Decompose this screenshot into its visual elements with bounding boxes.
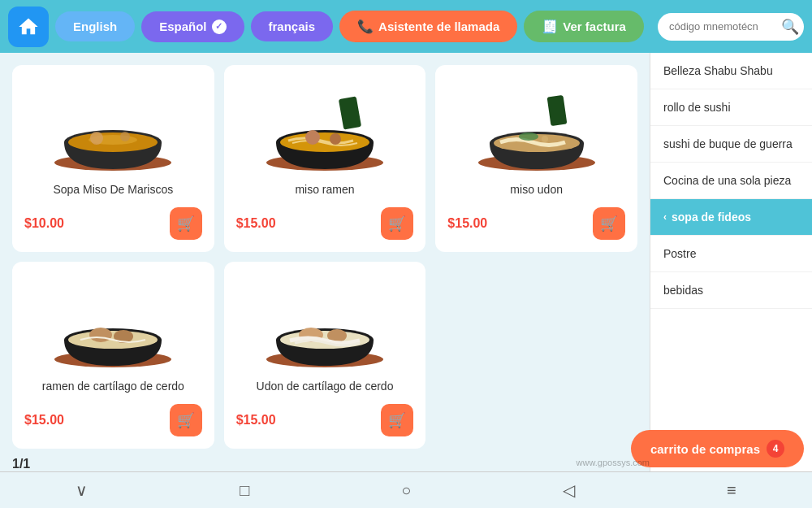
product-name-4: ramen de cartílago de cerdo xyxy=(42,380,184,396)
menu-label-bebidas: bebidas xyxy=(663,284,703,297)
product-image-5 xyxy=(260,274,390,371)
product-price-2: $15.00 xyxy=(236,216,276,231)
search-icon: 🔍 xyxy=(781,18,799,36)
product-name-1: Sopa Miso De Mariscos xyxy=(53,183,173,199)
product-card-4: ramen de cartílago de cerdo $15.00 🛒 xyxy=(12,262,214,449)
bowl-svg-3 xyxy=(476,81,598,171)
product-image-3 xyxy=(472,77,602,175)
add-to-cart-2[interactable]: 🛒 xyxy=(381,207,413,240)
product-image-1 xyxy=(48,77,178,175)
card-footer-2: $15.00 🛒 xyxy=(236,207,414,240)
svg-point-21 xyxy=(89,328,112,342)
factura-button[interactable]: 🧾 Ver factura xyxy=(524,11,644,42)
pagination: 1/1 xyxy=(12,457,637,471)
menu-label-postre: Postre xyxy=(663,247,696,260)
factura-label: Ver factura xyxy=(563,20,626,33)
card-footer-5: $15.00 🛒 xyxy=(236,404,414,436)
nav-circle-icon[interactable]: ○ xyxy=(401,481,411,500)
product-image-2 xyxy=(260,77,390,175)
menu-item-cocina[interactable]: Cocina de una sola pieza xyxy=(650,163,812,199)
svg-point-4 xyxy=(90,132,103,145)
product-grid-container: Sopa Miso De Mariscos $10.00 🛒 xyxy=(0,53,650,508)
search-input[interactable] xyxy=(669,20,775,33)
bowl-svg-4 xyxy=(52,278,174,367)
menu-label-rollo: rollo de sushi xyxy=(663,101,731,114)
menu-label-belleza: Belleza Shabu Shabu xyxy=(663,64,773,77)
product-price-1: $10.00 xyxy=(24,216,64,231)
product-grid: Sopa Miso De Mariscos $10.00 🛒 xyxy=(12,65,637,449)
phone-icon: 📞 xyxy=(357,19,374,34)
add-to-cart-4[interactable]: 🛒 xyxy=(170,404,202,436)
bowl-svg-2 xyxy=(264,81,386,171)
add-to-cart-1[interactable]: 🛒 xyxy=(170,207,202,240)
svg-rect-6 xyxy=(339,96,361,129)
menu-item-rollo[interactable]: rollo de sushi xyxy=(650,89,812,126)
nav-back-icon[interactable]: ◁ xyxy=(563,480,575,500)
svg-point-16 xyxy=(519,132,538,141)
english-label: English xyxy=(73,20,117,33)
product-name-5: Udon de cartílago de cerdo xyxy=(257,380,394,396)
check-icon: ✓ xyxy=(212,20,227,34)
card-footer-1: $10.00 🛒 xyxy=(24,207,202,240)
product-card-5: Udon de cartílago de cerdo $15.00 🛒 xyxy=(224,262,426,449)
svg-rect-12 xyxy=(546,95,567,126)
menu-label-cocina: Cocina de una sola pieza xyxy=(663,174,791,187)
cart-button[interactable]: carrito de compras 4 xyxy=(631,430,804,467)
card-footer-4: $15.00 🛒 xyxy=(24,404,202,436)
language-espanol-button[interactable]: Español ✓ xyxy=(141,11,244,42)
language-francais-button[interactable]: français xyxy=(251,11,334,41)
nav-down-icon[interactable]: ∨ xyxy=(76,480,88,500)
card-footer-3: $15.00 🛒 xyxy=(447,207,625,240)
menu-item-postre[interactable]: Postre xyxy=(650,236,812,272)
bowl-svg-1 xyxy=(52,81,174,171)
product-card-3: miso udon $15.00 🛒 xyxy=(435,65,637,252)
watermark: www.gpossys.com xyxy=(577,458,650,467)
product-image-4 xyxy=(48,274,178,371)
svg-point-11 xyxy=(330,133,341,145)
menu-label-sushi: sushi de buque de guerra xyxy=(663,137,793,150)
language-english-button[interactable]: English xyxy=(55,11,135,41)
svg-point-17 xyxy=(542,136,548,142)
product-price-4: $15.00 xyxy=(24,413,64,428)
menu-label-sopa: sopa de fideos xyxy=(672,211,751,224)
asistente-button[interactable]: 📞 Asistente de llamada xyxy=(339,11,517,42)
add-to-cart-5[interactable]: 🛒 xyxy=(381,404,413,436)
product-name-3: miso udon xyxy=(510,183,563,199)
header: English Español ✓ français 📞 Asistente d… xyxy=(0,0,812,53)
svg-point-10 xyxy=(305,130,320,145)
bowl-svg-5 xyxy=(264,278,386,367)
espanol-label: Español xyxy=(159,20,206,33)
product-card-1: Sopa Miso De Mariscos $10.00 🛒 xyxy=(12,65,214,252)
cart-count-badge: 4 xyxy=(767,440,784,458)
product-card-2: miso ramen $15.00 🛒 xyxy=(224,65,426,252)
product-price-3: $15.00 xyxy=(447,216,487,231)
menu-item-sushi[interactable]: sushi de buque de guerra xyxy=(650,126,812,163)
add-to-cart-3[interactable]: 🛒 xyxy=(593,207,625,240)
asistente-label: Asistente de llamada xyxy=(378,20,499,33)
menu-item-sopa[interactable]: ‹ sopa de fideos xyxy=(650,199,812,236)
bottom-navigation: ∨ □ ○ ◁ ≡ xyxy=(0,471,812,508)
menu-item-bebidas[interactable]: bebidas xyxy=(650,272,812,309)
active-chevron-icon: ‹ xyxy=(663,211,667,223)
nav-square-icon[interactable]: □ xyxy=(240,481,249,500)
nav-menu-icon[interactable]: ≡ xyxy=(727,481,736,500)
home-icon xyxy=(17,15,40,38)
svg-point-5 xyxy=(120,132,130,141)
menu-item-belleza[interactable]: Belleza Shabu Shabu xyxy=(650,53,812,89)
cart-label: carrito de compras xyxy=(650,442,760,456)
invoice-icon: 🧾 xyxy=(542,19,558,34)
home-button[interactable] xyxy=(8,7,49,47)
search-box: 🔍 xyxy=(658,13,804,41)
francais-label: français xyxy=(269,20,316,33)
product-price-5: $15.00 xyxy=(236,413,276,428)
product-name-2: miso ramen xyxy=(295,183,354,199)
